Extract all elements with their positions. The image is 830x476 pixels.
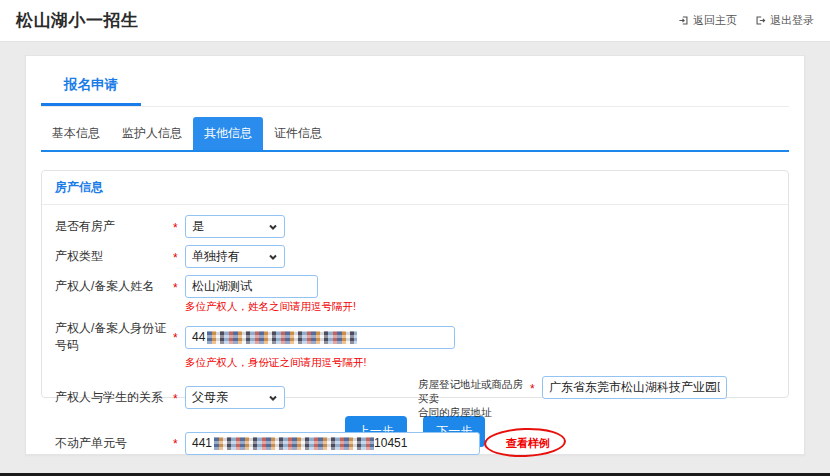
logout-label: 退出登录 xyxy=(770,13,814,28)
estate-unit-label: 不动产单元号 xyxy=(55,435,173,452)
required-mark: * xyxy=(173,249,185,265)
row-estate-unit: 不动产单元号 * 441 10451 查看样例 xyxy=(55,429,775,457)
page-title: 松山湖小一招生 xyxy=(16,9,139,32)
relationship-select[interactable]: 父母亲 xyxy=(185,386,285,409)
chevron-down-icon xyxy=(268,252,278,262)
sub-tab-bar: 基本信息 监护人信息 其他信息 证件信息 xyxy=(41,117,789,152)
logout-link[interactable]: 退出登录 xyxy=(755,13,814,28)
house-address-label-line1: 房屋登记地址或商品房买卖 xyxy=(418,377,530,405)
relationship-value: 父母亲 xyxy=(192,389,228,406)
chevron-down-icon xyxy=(268,222,278,232)
house-address-group: 房屋登记地址或商品房买卖 合同的房屋地址 * xyxy=(418,376,727,419)
house-address-label-line2: 合同的房屋地址 xyxy=(418,405,530,419)
owner-name-label: 产权人/备案人姓名 xyxy=(55,278,173,295)
owner-id-input[interactable]: 44 xyxy=(185,326,455,349)
content-card: 报名申请 基本信息 监护人信息 其他信息 证件信息 房产信息 是否有房产 * 是 xyxy=(25,55,805,455)
has-property-label: 是否有房产 xyxy=(55,218,173,235)
ownership-type-select[interactable]: 单独持有 xyxy=(185,245,285,268)
row-relationship: 产权人与学生的关系 * 父母亲 房屋登记地址或商品房买卖 合同的房屋地址 * xyxy=(55,376,775,419)
return-home-icon xyxy=(678,15,689,26)
tab-document-info[interactable]: 证件信息 xyxy=(263,117,333,150)
ownership-type-label: 产权类型 xyxy=(55,248,173,265)
house-address-input[interactable] xyxy=(542,376,727,399)
sample-link-wrap: 查看样例 xyxy=(488,429,568,457)
property-info-panel: 房产信息 是否有房产 * 是 产权类型 * 单独持有 xyxy=(41,170,789,398)
required-mark: * xyxy=(173,219,185,235)
row-has-property: 是否有房产 * 是 xyxy=(55,215,775,238)
estate-unit-input[interactable]: 441 10451 xyxy=(185,432,480,455)
house-address-label: 房屋登记地址或商品房买卖 合同的房屋地址 xyxy=(418,376,530,419)
return-home-link[interactable]: 返回主页 xyxy=(678,13,737,28)
has-property-select[interactable]: 是 xyxy=(185,215,285,238)
relationship-label: 产权人与学生的关系 xyxy=(55,389,173,406)
top-header: 松山湖小一招生 返回主页 退出登录 xyxy=(0,0,830,42)
required-mark: * xyxy=(530,376,542,396)
row-ownership-type: 产权类型 * 单独持有 xyxy=(55,245,775,268)
header-links: 返回主页 退出登录 xyxy=(678,13,814,28)
row-owner-id: 产权人/备案人身份证号码 * 44 xyxy=(55,320,775,354)
owner-name-hint-row: 多位产权人，姓名之间请用逗号隔开! xyxy=(185,296,775,314)
section-title: 房产信息 xyxy=(42,171,788,205)
owner-id-visible-prefix: 44 xyxy=(192,330,205,344)
required-mark: * xyxy=(173,390,185,406)
return-home-label: 返回主页 xyxy=(693,13,737,28)
row-owner-name: 产权人/备案人姓名 * xyxy=(55,275,775,298)
tab-application[interactable]: 报名申请 xyxy=(41,70,141,106)
tab-basic-info[interactable]: 基本信息 xyxy=(41,117,111,150)
required-mark: * xyxy=(173,329,185,345)
tab-guardian-info[interactable]: 监护人信息 xyxy=(111,117,193,150)
redacted-estate-text xyxy=(214,437,374,450)
estate-unit-visible-prefix: 441 xyxy=(192,436,212,450)
owner-id-hint: 多位产权人，身份证之间请用逗号隔开! xyxy=(185,356,366,368)
view-sample-link[interactable]: 查看样例 xyxy=(506,436,550,451)
owner-id-hint-row: 多位产权人，身份证之间请用逗号隔开! xyxy=(185,352,775,370)
required-mark: * xyxy=(173,435,185,451)
owner-name-hint: 多位产权人，姓名之间请用逗号隔开! xyxy=(185,300,356,312)
ownership-type-value: 单独持有 xyxy=(192,248,240,265)
logout-icon xyxy=(755,15,766,26)
redacted-id-text xyxy=(207,331,357,344)
tab-other-info[interactable]: 其他信息 xyxy=(193,117,263,150)
main-tab-bar: 报名申请 xyxy=(41,70,789,107)
owner-id-label: 产权人/备案人身份证号码 xyxy=(55,320,173,354)
has-property-value: 是 xyxy=(192,218,204,235)
estate-unit-visible-suffix: 10451 xyxy=(374,436,407,450)
owner-name-input[interactable] xyxy=(185,275,318,298)
required-mark: * xyxy=(173,279,185,295)
chevron-down-icon xyxy=(268,393,278,403)
